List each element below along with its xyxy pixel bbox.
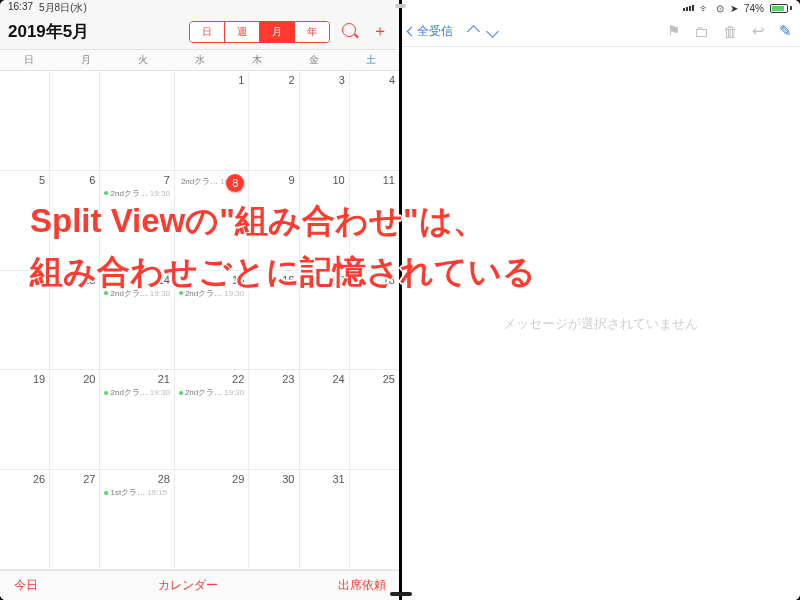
day-number: 24 <box>304 373 345 385</box>
day-number: 29 <box>179 473 244 485</box>
back-button[interactable]: 全受信 <box>408 23 453 40</box>
search-icon[interactable] <box>338 23 360 41</box>
day-number: 27 <box>54 473 95 485</box>
weekday-header: 日月火水木金土 <box>0 49 400 71</box>
day-number: 22 <box>179 373 244 385</box>
chevron-left-icon <box>407 26 417 36</box>
calendar-footer: 今日 カレンダー 出席依頼 <box>0 570 400 600</box>
mail-actions: ⚑ 🗀 🗑 ↩ ✎ <box>667 22 792 40</box>
day-number: 31 <box>304 473 345 485</box>
reply-icon[interactable]: ↩ <box>752 22 765 40</box>
location-icon: ➤ <box>730 3 738 14</box>
day-number: 8 <box>226 174 244 192</box>
calendar-cell[interactable]: 2 <box>249 71 299 171</box>
calendar-app: 16:37 5月8日(水) 2019年5月 日週月年 ＋ 日月火水木金土 123… <box>0 0 400 600</box>
day-number: 7 <box>104 174 169 186</box>
trash-icon[interactable]: 🗑 <box>723 23 738 40</box>
cell-signal-icon <box>683 5 694 11</box>
calendar-cell[interactable] <box>100 71 174 171</box>
event-chip[interactable]: 2ndクラ…19:30 <box>179 387 244 398</box>
footer-calendars[interactable]: カレンダー <box>158 577 218 594</box>
weekday-label: 日 <box>0 50 57 70</box>
calendar-cell[interactable]: 212ndクラ…19:30 <box>100 370 174 470</box>
calendar-cell[interactable]: 30 <box>249 470 299 570</box>
weekday-label: 土 <box>343 50 400 70</box>
status-bar-right: ᯤ ⊙ ➤ 74% <box>400 0 800 16</box>
calendar-cell[interactable]: 222ndクラ…19:30 <box>175 370 249 470</box>
calendar-title: 2019年5月 <box>8 20 89 43</box>
status-date: 5月8日(水) <box>39 1 87 15</box>
alarm-icon: ⊙ <box>716 3 724 14</box>
footer-inbox[interactable]: 出席依頼 <box>338 577 386 594</box>
day-number: 9 <box>253 174 294 186</box>
day-number: 10 <box>304 174 345 186</box>
segment-年[interactable]: 年 <box>295 22 329 42</box>
segment-週[interactable]: 週 <box>225 22 260 42</box>
day-number: 1 <box>179 74 244 86</box>
day-number: 19 <box>4 373 45 385</box>
segment-月[interactable]: 月 <box>260 22 295 42</box>
event-chip[interactable]: 2ndクラ…19:30 <box>179 176 226 187</box>
day-number: 26 <box>4 473 45 485</box>
weekday-label: 金 <box>286 50 343 70</box>
weekday-label: 水 <box>171 50 228 70</box>
add-event-icon[interactable]: ＋ <box>368 21 392 42</box>
footer-today[interactable]: 今日 <box>14 577 38 594</box>
mail-empty-state: メッセージが選択されていません <box>400 47 800 600</box>
day-number: 5 <box>4 174 45 186</box>
folder-icon[interactable]: 🗀 <box>694 23 709 40</box>
view-segmented-control[interactable]: 日週月年 <box>189 21 330 43</box>
home-indicator[interactable] <box>390 592 412 596</box>
calendar-cell[interactable]: 20 <box>50 370 100 470</box>
calendar-cell[interactable]: 3 <box>300 71 350 171</box>
calendar-cell[interactable] <box>50 71 100 171</box>
event-chip[interactable]: 2ndクラ…19:30 <box>104 387 169 398</box>
annotation-overlay: Split Viewの"組み合わせ"は、 組み合わせごとに記憶されている <box>30 195 780 297</box>
prev-next-nav <box>469 27 497 36</box>
day-number: 21 <box>104 373 169 385</box>
wifi-icon: ᯤ <box>700 3 710 14</box>
calendar-cell[interactable]: 1 <box>175 71 249 171</box>
weekday-label: 火 <box>114 50 171 70</box>
weekday-label: 月 <box>57 50 114 70</box>
calendar-grid[interactable]: 12345672ndクラ…19:3082ndクラ…19:309101112131… <box>0 71 400 570</box>
day-number: 3 <box>304 74 345 86</box>
day-number: 11 <box>354 174 395 186</box>
day-number: 20 <box>54 373 95 385</box>
day-number: 30 <box>253 473 294 485</box>
calendar-cell[interactable]: 23 <box>249 370 299 470</box>
chevron-down-icon[interactable] <box>486 25 499 38</box>
battery-icon <box>770 4 792 13</box>
compose-icon[interactable]: ✎ <box>779 22 792 40</box>
day-number: 4 <box>354 74 395 86</box>
day-number: 2 <box>253 74 294 86</box>
status-bar-left: 16:37 5月8日(水) <box>0 0 400 16</box>
day-number: 25 <box>354 373 395 385</box>
flag-icon[interactable]: ⚑ <box>667 22 680 40</box>
splitview-divider[interactable] <box>399 0 402 600</box>
calendar-cell[interactable]: 281stクラ…19:15 <box>100 470 174 570</box>
segment-日[interactable]: 日 <box>190 22 225 42</box>
calendar-cell[interactable] <box>350 470 400 570</box>
calendar-cell[interactable]: 26 <box>0 470 50 570</box>
calendar-header: 2019年5月 日週月年 ＋ <box>0 16 400 49</box>
battery-percent: 74% <box>744 3 764 14</box>
calendar-cell[interactable]: 24 <box>300 370 350 470</box>
status-time: 16:37 <box>8 1 33 15</box>
day-number: 28 <box>104 473 169 485</box>
weekday-label: 木 <box>229 50 286 70</box>
calendar-cell[interactable]: 19 <box>0 370 50 470</box>
calendar-cell[interactable] <box>0 71 50 171</box>
day-number: 6 <box>54 174 95 186</box>
splitview-handle-icon[interactable] <box>395 4 406 8</box>
chevron-up-icon[interactable] <box>467 25 480 38</box>
calendar-cell[interactable]: 27 <box>50 470 100 570</box>
event-chip[interactable]: 1stクラ…19:15 <box>104 487 169 498</box>
calendar-cell[interactable]: 4 <box>350 71 400 171</box>
day-number: 23 <box>253 373 294 385</box>
calendar-cell[interactable]: 29 <box>175 470 249 570</box>
mail-app: ᯤ ⊙ ➤ 74% 全受信 ⚑ 🗀 🗑 ↩ ✎ <box>400 0 800 600</box>
calendar-cell[interactable]: 25 <box>350 370 400 470</box>
calendar-cell[interactable]: 31 <box>300 470 350 570</box>
mail-toolbar: 全受信 ⚑ 🗀 🗑 ↩ ✎ <box>400 16 800 47</box>
